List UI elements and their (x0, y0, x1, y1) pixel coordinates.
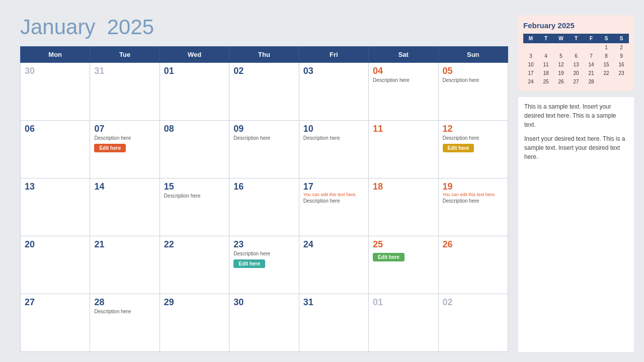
mini-cal-day: 21 (584, 69, 599, 77)
mini-cal-day: 3 (523, 52, 538, 60)
page-title: January 2025 (20, 15, 508, 39)
calendar-cell: 16 (229, 178, 299, 236)
mini-cal-day: 10 (523, 60, 538, 69)
calendar-header-mon: Mon (21, 47, 90, 63)
mini-cal-header: S (599, 34, 614, 43)
day-number: 17 (303, 182, 364, 192)
day-number: 11 (373, 124, 434, 134)
mini-cal-day (584, 43, 599, 52)
day-number: 09 (233, 124, 294, 134)
calendar-cell: 30 (229, 294, 299, 352)
calendar-cell: 06 (21, 121, 90, 178)
calendar-cell: 31 (299, 294, 368, 352)
calendar-cell: 26 (438, 236, 508, 294)
calendar-cell: 25Edit here (369, 236, 438, 294)
mini-cal-day: 16 (614, 60, 629, 69)
day-description: Description here (303, 198, 364, 204)
day-number: 06 (25, 124, 86, 134)
mini-cal-day: 11 (538, 60, 553, 69)
day-description: Description here (94, 309, 155, 314)
day-number: 28 (94, 297, 155, 308)
day-note: You can edit this text here. (303, 192, 364, 197)
calendar-cell: 21 (90, 236, 159, 294)
calendar-header-thu: Thu (229, 47, 299, 63)
mini-cal-header: M (523, 34, 538, 43)
day-number: 26 (443, 239, 504, 250)
day-number: 07 (94, 124, 155, 134)
day-description: Description here (164, 193, 225, 199)
sidebar-text-2: Insert your desired text here. This is a… (524, 134, 628, 161)
day-number: 30 (25, 66, 86, 76)
calendar-cell: 13 (21, 178, 90, 236)
mini-cal-day: 1 (599, 43, 614, 52)
mini-cal-header: S (614, 34, 629, 43)
day-number: 15 (164, 182, 225, 192)
edit-button[interactable]: Edit here (233, 259, 265, 268)
edit-button[interactable]: Edit here (443, 144, 474, 152)
day-number: 03 (303, 66, 364, 76)
calendar-cell: 14 (90, 178, 159, 236)
mini-cal-day: 9 (614, 52, 629, 60)
calendar-week-5: 2728Description here2930310102 (21, 294, 508, 352)
day-number: 31 (94, 66, 155, 76)
day-number: 04 (373, 66, 434, 76)
day-description: Description here (303, 135, 364, 141)
calendar-week-4: 20212223Description hereEdit here2425Edi… (21, 236, 508, 294)
day-number: 30 (233, 297, 294, 308)
mini-cal-day (614, 77, 629, 86)
main-calendar: MonTueWedThuFriSatSun 303101020304Descri… (20, 46, 508, 352)
day-number: 13 (25, 182, 86, 192)
calendar-cell: 07Description hereEdit here (90, 121, 159, 178)
mini-cal-day: 6 (569, 52, 584, 60)
calendar-cell: 23Description hereEdit here (229, 236, 299, 294)
mini-cal-day (553, 43, 569, 52)
day-number: 19 (443, 182, 504, 192)
day-description: Description here (443, 135, 504, 141)
day-number: 01 (373, 297, 434, 308)
mini-cal-header: T (538, 34, 553, 43)
calendar-header-fri: Fri (299, 47, 368, 63)
mini-cal-day: 8 (599, 52, 614, 60)
sidebar: February 2025 MTWTFSS 123456789101112131… (518, 15, 634, 352)
day-description: Description here (94, 135, 155, 141)
calendar-cell: 17You can edit this text here.Descriptio… (299, 178, 368, 236)
main-section: January 2025 MonTueWedThuFriSatSun 30310… (20, 15, 508, 352)
mini-cal-day: 7 (584, 52, 599, 60)
mini-cal-header: W (553, 34, 569, 43)
day-description: Description here (233, 135, 294, 141)
calendar-header-wed: Wed (159, 47, 229, 63)
mini-cal-day: 5 (553, 52, 569, 60)
calendar-cell: 10Description here (299, 121, 368, 178)
calendar-cell: 04Description here (369, 63, 438, 121)
day-description: Description here (373, 77, 434, 83)
calendar-week-2: 0607Description hereEdit here0809Descrip… (21, 121, 508, 178)
day-number: 08 (164, 124, 225, 134)
mini-cal-day (538, 43, 553, 52)
calendar-header-row: MonTueWedThuFriSatSun (21, 47, 508, 63)
edit-button[interactable]: Edit here (373, 253, 405, 261)
calendar-cell: 31 (90, 63, 159, 121)
mini-cal-day: 17 (523, 69, 538, 77)
day-number: 02 (443, 297, 504, 308)
day-number: 21 (94, 239, 155, 250)
day-description: Description here (443, 198, 504, 204)
mini-cal-day: 15 (599, 60, 614, 69)
day-number: 16 (233, 182, 294, 192)
calendar-header-sun: Sun (438, 47, 508, 63)
day-number: 10 (303, 124, 364, 134)
day-number: 12 (443, 124, 504, 134)
day-description: Description here (443, 77, 504, 83)
mini-cal-header: F (584, 34, 599, 43)
mini-calendar-box: February 2025 MTWTFSS 123456789101112131… (518, 15, 634, 91)
calendar-cell: 05Description here (438, 63, 508, 121)
day-number: 29 (164, 297, 225, 308)
calendar-cell: 09Description here (229, 121, 299, 178)
calendar-cell: 29 (159, 294, 229, 352)
calendar-cell: 11 (369, 121, 438, 178)
day-number: 01 (164, 66, 225, 76)
sidebar-text-box: This is a sample text. Insert your desir… (518, 97, 634, 352)
calendar-cell: 02 (229, 63, 299, 121)
mini-calendar-title: February 2025 (523, 21, 629, 30)
mini-cal-day: 4 (538, 52, 553, 60)
edit-button[interactable]: Edit here (94, 144, 126, 152)
